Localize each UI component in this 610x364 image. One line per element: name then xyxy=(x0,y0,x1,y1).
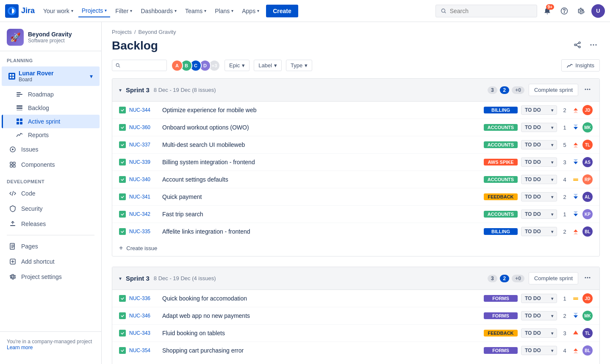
assignee-avatar[interactable]: RP xyxy=(582,174,593,185)
issue-label[interactable]: BILLING xyxy=(484,107,518,113)
learn-more-link[interactable]: Learn more xyxy=(7,345,33,350)
issue-title[interactable]: Account settings defaults xyxy=(162,176,480,183)
issue-title[interactable]: Fast trip search xyxy=(162,211,480,218)
issue-title[interactable]: Onboard workout options (OWO) xyxy=(162,124,480,131)
sidebar-item-active-sprint[interactable]: Active sprint xyxy=(2,115,100,128)
issue-label[interactable]: AWS SPIKE xyxy=(484,159,518,165)
status-button[interactable]: TO DO ▾ xyxy=(521,140,557,149)
complete-sprint-2-button[interactable]: Complete sprint xyxy=(529,272,578,284)
settings-button[interactable] xyxy=(574,4,588,18)
issue-key[interactable]: NUC-343 xyxy=(129,330,159,336)
status-button[interactable]: TO DO ▾ xyxy=(521,346,557,355)
issue-label[interactable]: FEEDBACK xyxy=(484,330,518,336)
issue-key[interactable]: NUC-341 xyxy=(129,194,159,200)
status-button[interactable]: TO DO ▾ xyxy=(521,227,557,236)
type-filter[interactable]: Type ▾ xyxy=(286,60,312,71)
status-button[interactable]: TO DO ▾ xyxy=(521,328,557,338)
sidebar-item-code[interactable]: Code xyxy=(2,186,100,201)
issue-label[interactable]: ACCOUNTS xyxy=(484,124,518,131)
issue-label[interactable]: FEEDBACK xyxy=(484,193,518,200)
status-button[interactable]: TO DO ▾ xyxy=(521,210,557,219)
status-button[interactable]: TO DO ▾ xyxy=(521,192,557,201)
issue-search-input[interactable] xyxy=(123,62,163,69)
assignee-avatar[interactable]: TL xyxy=(582,328,593,338)
issue-key[interactable]: NUC-346 xyxy=(129,313,159,319)
status-button[interactable]: TO DO ▾ xyxy=(521,175,557,184)
share-button[interactable] xyxy=(571,39,584,52)
issue-title[interactable]: Quick booking for accomodation xyxy=(162,295,480,302)
issue-label[interactable]: ACCOUNTS xyxy=(484,211,518,218)
issue-key[interactable]: NUC-340 xyxy=(129,176,159,182)
issue-key[interactable]: NUC-360 xyxy=(129,124,159,130)
label-filter[interactable]: Label ▾ xyxy=(254,60,282,71)
project-header[interactable]: 🚀 Beyond Gravity Software project xyxy=(0,22,101,51)
user-avatar[interactable]: U xyxy=(591,4,605,18)
issue-title[interactable]: Billing system integration - frontend xyxy=(162,159,480,165)
notifications-button[interactable]: 9+ xyxy=(541,4,554,18)
assignee-avatar[interactable]: AL xyxy=(582,192,593,202)
issue-label[interactable]: BILLING xyxy=(484,228,518,235)
issue-key[interactable]: NUC-339 xyxy=(129,159,159,165)
sidebar-item-pages[interactable]: Pages xyxy=(2,239,100,254)
nav-your-work[interactable]: Your work ▾ xyxy=(40,5,77,17)
assignee-avatar[interactable]: AS xyxy=(582,157,593,167)
sidebar-item-roadmap[interactable]: Roadmap xyxy=(2,88,100,101)
more-options-button[interactable] xyxy=(587,39,600,52)
sidebar-item-releases[interactable]: Releases xyxy=(2,216,100,232)
sidebar-item-lunar-rover[interactable]: Lunar Rover Board ▾ xyxy=(2,66,100,86)
insights-button[interactable]: Insights xyxy=(561,59,600,72)
sidebar-item-backlog[interactable]: Backlog xyxy=(2,101,100,115)
issue-label[interactable]: FORMS xyxy=(484,312,518,319)
issue-title[interactable]: Quick payment xyxy=(162,193,480,200)
assignee-avatar[interactable]: BL xyxy=(582,226,593,237)
sprint-2-toggle[interactable]: ▾ xyxy=(119,276,122,281)
nav-apps[interactable]: Apps ▾ xyxy=(238,5,263,17)
create-issue-1[interactable]: + Create issue xyxy=(112,240,599,256)
sprint-1-more-button[interactable] xyxy=(582,84,593,96)
issue-key[interactable]: NUC-336 xyxy=(129,295,159,301)
complete-sprint-1-button[interactable]: Complete sprint xyxy=(529,84,578,96)
issue-title[interactable]: Adapt web app no new payments xyxy=(162,312,480,319)
status-button[interactable]: TO DO ▾ xyxy=(521,311,557,320)
sidebar-item-security[interactable]: Security xyxy=(2,201,100,216)
issue-label[interactable]: ACCOUNTS xyxy=(484,176,518,183)
nav-filter[interactable]: Filter ▾ xyxy=(112,5,136,17)
sidebar-item-add-shortcut[interactable]: Add shortcut xyxy=(2,254,100,269)
sidebar-item-components[interactable]: Components xyxy=(2,157,100,172)
issue-title[interactable]: Affelite links integration - frontend xyxy=(162,228,480,235)
nav-teams[interactable]: Teams ▾ xyxy=(182,5,210,17)
sidebar-item-issues[interactable]: Issues xyxy=(2,142,100,157)
issue-key[interactable]: NUC-344 xyxy=(129,107,159,113)
issue-key[interactable]: NUC-337 xyxy=(129,142,159,148)
search-input[interactable] xyxy=(450,8,532,14)
status-button[interactable]: TO DO ▾ xyxy=(521,157,557,167)
sprint-1-toggle[interactable]: ▾ xyxy=(119,87,122,93)
issue-key[interactable]: NUC-354 xyxy=(129,347,159,353)
status-button[interactable]: TO DO ▾ xyxy=(521,105,557,115)
issue-title[interactable]: Fluid booking on tablets xyxy=(162,330,480,336)
sprint-2-more-button[interactable] xyxy=(582,273,593,284)
sidebar-item-project-settings[interactable]: Project settings xyxy=(2,269,100,284)
create-button[interactable]: Create xyxy=(266,5,298,17)
breadcrumb-projects[interactable]: Projects xyxy=(112,29,132,35)
assignee-avatar[interactable]: JD xyxy=(582,105,593,115)
issue-key[interactable]: NUC-342 xyxy=(129,211,159,217)
issue-search-filter[interactable] xyxy=(112,60,167,71)
issue-label[interactable]: FORMS xyxy=(484,347,518,354)
search-box[interactable] xyxy=(435,5,537,17)
assignee-avatar[interactable]: BL xyxy=(582,345,593,356)
create-issue-2[interactable]: + Create issue xyxy=(112,359,599,364)
assignee-avatar[interactable]: MK xyxy=(582,122,593,132)
issue-title[interactable]: Multi-dest search UI mobileweb xyxy=(162,141,480,148)
status-button[interactable]: TO DO ▾ xyxy=(521,294,557,303)
issue-title[interactable]: Optimize experience for mobile web xyxy=(162,107,480,113)
issue-title[interactable]: Shopping cart purchasing error xyxy=(162,347,480,354)
assignee-avatar[interactable]: MK xyxy=(582,311,593,321)
issue-label[interactable]: ACCOUNTS xyxy=(484,141,518,148)
issue-key[interactable]: NUC-335 xyxy=(129,229,159,234)
nav-dashboards[interactable]: Dashboards ▾ xyxy=(137,5,180,17)
nav-projects[interactable]: Projects ▾ xyxy=(78,5,111,17)
breadcrumb-project[interactable]: Beyond Gravity xyxy=(139,29,176,35)
avatar-filter-1[interactable]: A xyxy=(171,60,183,72)
assignee-avatar[interactable]: TL xyxy=(582,140,593,150)
